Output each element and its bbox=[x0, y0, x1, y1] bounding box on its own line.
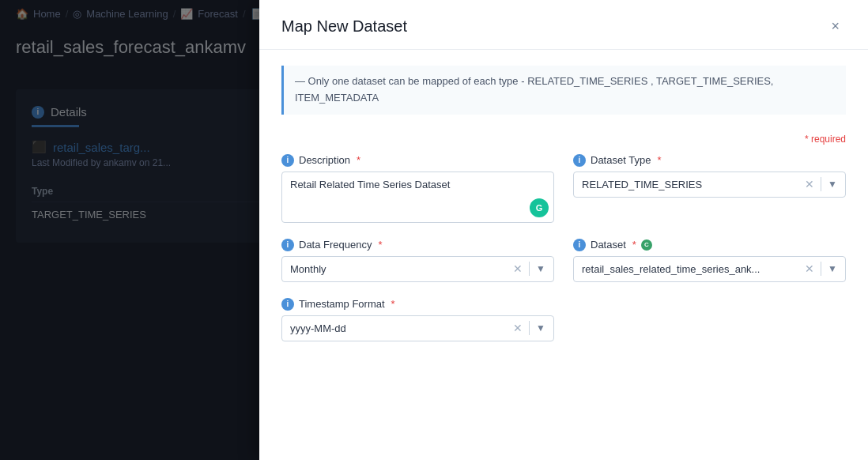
dataset-green-badge: C bbox=[641, 239, 652, 251]
modal-title: Map New Dataset bbox=[281, 17, 407, 36]
description-required: * bbox=[357, 154, 360, 166]
grammarly-badge: G bbox=[530, 198, 549, 217]
dataset-type-value: RELATED_TIME_SERIES bbox=[574, 172, 802, 197]
data-frequency-label-text: Data Frequency bbox=[299, 239, 372, 251]
dataset-type-label-text: Dataset Type bbox=[591, 154, 651, 166]
timestamp-format-actions: ✕ ▼ bbox=[510, 319, 553, 337]
data-frequency-dropdown-button[interactable]: ▼ bbox=[533, 260, 549, 277]
dataset-type-label: i Dataset Type * bbox=[573, 154, 846, 167]
description-group: i Description * G bbox=[281, 154, 554, 223]
timestamp-format-clear-button[interactable]: ✕ bbox=[510, 319, 526, 337]
dataset-label-text: Dataset bbox=[591, 239, 626, 251]
dataset-actions: ✕ ▼ bbox=[802, 259, 845, 278]
modal-body: — Only one dataset can be mapped of each… bbox=[259, 50, 868, 357]
dataset-required: * bbox=[632, 239, 636, 251]
dataset-type-actions: ✕ ▼ bbox=[802, 175, 845, 194]
data-frequency-info-icon[interactable]: i bbox=[281, 239, 294, 251]
data-frequency-wrapper: Monthly ✕ ▼ bbox=[281, 256, 554, 282]
dataset-type-clear-button[interactable]: ✕ bbox=[802, 175, 817, 194]
dataset-wrapper: retail_sales_related_time_series_ank... … bbox=[573, 256, 846, 282]
dataset-type-dropdown-button[interactable]: ▼ bbox=[825, 175, 840, 193]
dataset-label: i Dataset * C bbox=[573, 239, 846, 251]
description-label: i Description * bbox=[281, 154, 554, 167]
timestamp-format-value: yyyy-MM-dd bbox=[282, 316, 510, 341]
timestamp-format-dropdown-button[interactable]: ▼ bbox=[533, 319, 549, 337]
dataset-dropdown-button[interactable]: ▼ bbox=[825, 260, 840, 277]
data-frequency-required: * bbox=[379, 239, 383, 251]
description-info-icon[interactable]: i bbox=[281, 154, 294, 167]
dataset-type-wrapper: RELATED_TIME_SERIES ✕ ▼ bbox=[573, 172, 846, 198]
dataset-group: i Dataset * C retail_sales_related_time_… bbox=[573, 239, 846, 282]
timestamp-format-wrapper: yyyy-MM-dd ✕ ▼ bbox=[281, 315, 554, 341]
data-frequency-value: Monthly bbox=[282, 257, 510, 281]
modal-overlay: Map New Dataset × — Only one dataset can… bbox=[0, 0, 868, 460]
dataset-info-icon[interactable]: i bbox=[573, 239, 586, 251]
modal: Map New Dataset × — Only one dataset can… bbox=[259, 0, 868, 460]
timestamp-format-divider bbox=[529, 321, 530, 335]
data-frequency-group: i Data Frequency * Monthly ✕ ▼ bbox=[281, 239, 554, 282]
dataset-type-group: i Dataset Type * RELATED_TIME_SERIES ✕ ▼ bbox=[573, 154, 846, 223]
modal-header: Map New Dataset × bbox=[259, 0, 868, 50]
data-frequency-actions: ✕ ▼ bbox=[510, 259, 553, 278]
timestamp-format-group: i Timestamp Format * yyyy-MM-dd ✕ ▼ bbox=[281, 298, 554, 341]
data-frequency-clear-button[interactable]: ✕ bbox=[510, 259, 526, 278]
dataset-value: retail_sales_related_time_series_ank... bbox=[574, 257, 802, 281]
data-frequency-label: i Data Frequency * bbox=[281, 239, 554, 251]
description-input[interactable] bbox=[282, 172, 553, 220]
form-grid: i Description * G i Dataset Type * bbox=[281, 154, 846, 341]
description-label-text: Description bbox=[299, 154, 350, 166]
dataset-divider bbox=[821, 262, 821, 276]
required-note: * required bbox=[281, 134, 846, 145]
timestamp-format-required: * bbox=[391, 298, 395, 310]
dataset-type-required: * bbox=[657, 154, 661, 166]
modal-close-button[interactable]: × bbox=[825, 16, 846, 36]
data-frequency-divider bbox=[529, 262, 530, 276]
info-banner: — Only one dataset can be mapped of each… bbox=[281, 66, 846, 115]
dataset-type-divider bbox=[821, 177, 821, 191]
dataset-type-info-icon[interactable]: i bbox=[573, 154, 586, 167]
timestamp-format-info-icon[interactable]: i bbox=[281, 298, 294, 311]
dataset-clear-button[interactable]: ✕ bbox=[802, 259, 817, 278]
timestamp-format-label: i Timestamp Format * bbox=[281, 298, 554, 311]
timestamp-format-label-text: Timestamp Format bbox=[299, 298, 385, 310]
info-text: — Only one dataset can be mapped of each… bbox=[295, 75, 773, 104]
description-wrapper: G bbox=[281, 172, 554, 223]
